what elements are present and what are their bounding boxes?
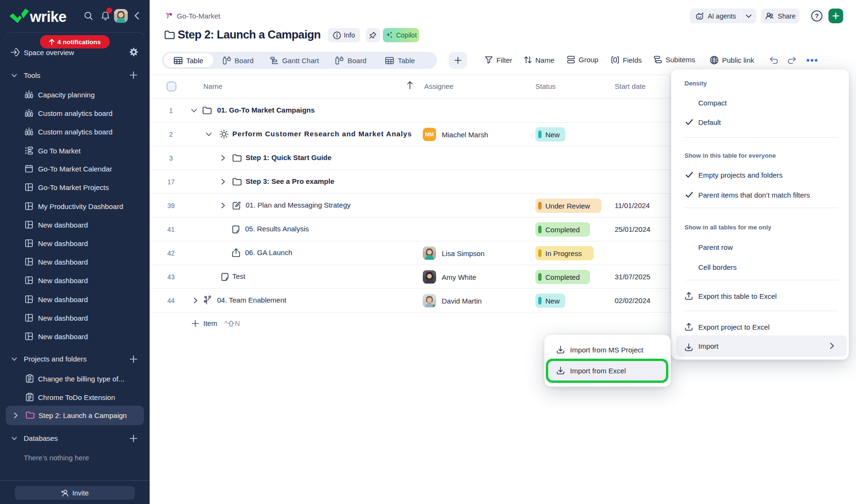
svg-text:?: ? — [815, 12, 818, 19]
svg-text:wrike: wrike — [29, 9, 67, 25]
